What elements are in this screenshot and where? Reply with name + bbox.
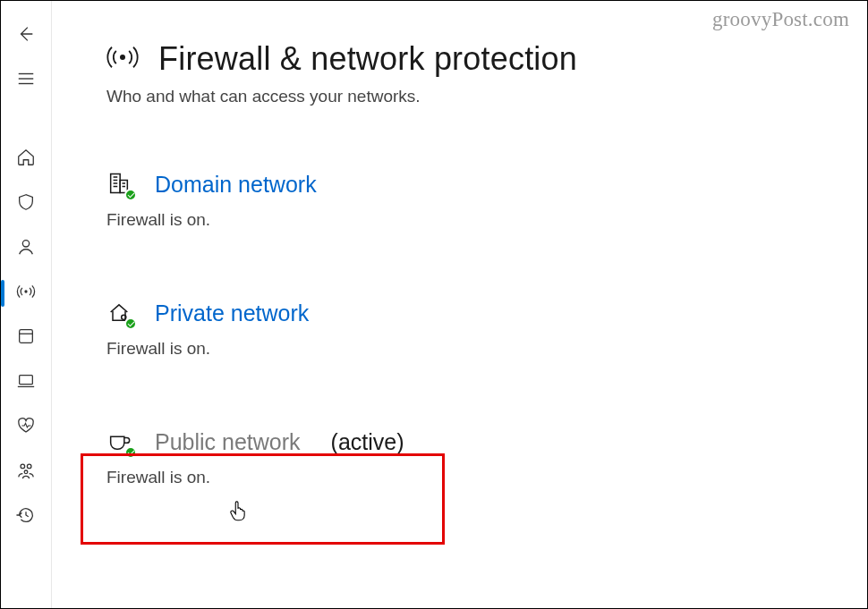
svg-point-4	[24, 290, 27, 292]
page-header: Firewall & network protection	[106, 40, 867, 78]
account-icon	[16, 237, 36, 260]
sidebar	[1, 1, 52, 608]
link-domain-network[interactable]: Domain network	[155, 172, 317, 198]
sidebar-item-history[interactable]	[1, 495, 51, 539]
status-check-icon	[124, 317, 137, 330]
building-icon	[106, 171, 133, 198]
sidebar-item-device-security[interactable]	[1, 360, 51, 405]
watermark-text: groovyPost.com	[712, 8, 849, 31]
family-icon	[16, 461, 36, 484]
status-text: Firewall is on.	[106, 339, 867, 359]
svg-point-9	[27, 464, 31, 469]
main-content: Firewall & network protection Who and wh…	[106, 40, 867, 608]
section-public-network: Public network (active) Firewall is on.	[106, 428, 867, 487]
back-arrow-icon	[16, 24, 36, 47]
svg-point-8	[21, 464, 25, 469]
menu-button[interactable]	[1, 58, 51, 103]
sidebar-item-home[interactable]	[1, 137, 51, 182]
coffee-icon	[106, 428, 133, 455]
heartbeat-icon	[16, 416, 36, 439]
svg-point-10	[24, 470, 28, 474]
home-icon	[16, 148, 36, 171]
laptop-icon	[16, 371, 36, 394]
link-public-network[interactable]: Public network	[155, 429, 301, 455]
sidebar-item-account[interactable]	[1, 226, 51, 271]
sidebar-item-virus[interactable]	[1, 182, 51, 226]
shield-icon	[16, 192, 36, 216]
svg-point-3	[22, 241, 29, 247]
sidebar-item-app-browser[interactable]	[1, 316, 51, 360]
antenna-icon	[106, 41, 139, 77]
active-suffix: (active)	[331, 429, 404, 455]
section-private-network: Private network Firewall is on.	[106, 300, 867, 359]
page-subtitle: Who and what can access your networks.	[106, 87, 867, 106]
status-check-icon	[124, 446, 137, 459]
link-private-network[interactable]: Private network	[155, 300, 309, 326]
history-icon	[16, 505, 36, 529]
svg-point-11	[120, 55, 125, 60]
house-network-icon	[106, 300, 133, 326]
status-check-icon	[124, 189, 137, 201]
status-text: Firewall is on.	[106, 468, 867, 487]
sidebar-item-firewall[interactable]	[1, 271, 51, 316]
hamburger-icon	[16, 69, 36, 92]
back-button[interactable]	[1, 13, 51, 58]
sidebar-item-family[interactable]	[1, 450, 51, 495]
antenna-icon	[16, 282, 36, 305]
status-text: Firewall is on.	[106, 210, 867, 230]
page-title: Firewall & network protection	[158, 40, 577, 78]
section-domain-network: Domain network Firewall is on.	[106, 171, 867, 230]
window-icon	[16, 326, 36, 350]
svg-rect-7	[20, 376, 33, 385]
svg-rect-5	[20, 330, 33, 343]
sidebar-item-device-performance[interactable]	[1, 405, 51, 450]
